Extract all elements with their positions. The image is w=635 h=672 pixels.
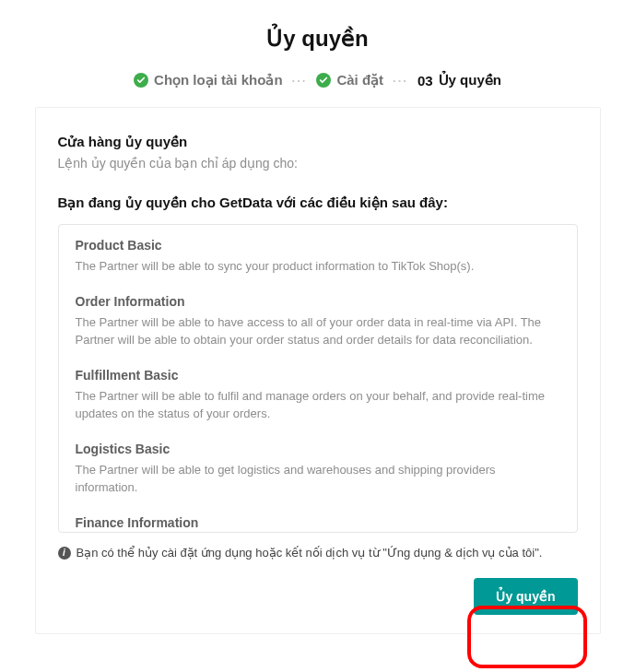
- step-settings: Cài đặt: [316, 72, 383, 88]
- permission-desc: The Partner will be able to have access …: [76, 313, 560, 349]
- step-label: Cài đặt: [336, 72, 383, 88]
- footer-info-text: Bạn có thể hủy cài đặt ứng dụng hoặc kết…: [76, 546, 543, 560]
- footer-info: i Bạn có thể hủy cài đặt ứng dụng hoặc k…: [58, 546, 578, 560]
- permission-item: Logistics BasicThe Partner will be able …: [76, 442, 560, 497]
- step-label: Ủy quyền: [439, 72, 501, 88]
- permission-item: Product BasicThe Partner will be able to…: [76, 238, 560, 276]
- step-authorize: 03 Ủy quyền: [417, 72, 501, 88]
- permissions-scroll[interactable]: Product BasicThe Partner will be able to…: [59, 225, 577, 532]
- permission-item: Fulfillment BasicThe Partner will be abl…: [76, 368, 560, 423]
- info-icon: i: [58, 547, 71, 560]
- permission-desc: The Partner will be able to fulfil and m…: [76, 387, 560, 423]
- step-separator: ···: [391, 74, 410, 88]
- permission-title: Logistics Basic: [76, 442, 560, 456]
- conditions-title: Bạn đang ủy quyền cho GetData với các đi…: [58, 195, 578, 211]
- step-number: 03: [417, 73, 433, 88]
- check-icon: [316, 73, 331, 88]
- card-subtext: Lệnh ủy quyền của bạn chỉ áp dụng cho:: [58, 156, 578, 171]
- permission-title: Fulfillment Basic: [76, 368, 560, 383]
- permission-item: Finance Information: [76, 515, 560, 530]
- authorize-card: Cửa hàng ủy quyền Lệnh ủy quyền của bạn …: [35, 107, 601, 634]
- permission-title: Product Basic: [76, 238, 560, 253]
- check-icon: [134, 73, 148, 88]
- step-separator: ···: [290, 74, 310, 88]
- permission-desc: The Partner will be able to sync your pr…: [76, 257, 560, 276]
- step-account-type: Chọn loại tài khoản: [134, 72, 283, 88]
- permission-desc: The Partner will be able to get logistic…: [76, 461, 560, 497]
- stepper: Chọn loại tài khoản ··· Cài đặt ··· 03 Ủ…: [0, 72, 635, 88]
- authorize-button[interactable]: Ủy quyền: [474, 578, 577, 615]
- permissions-panel: Product BasicThe Partner will be able to…: [58, 224, 578, 533]
- permission-title: Order Information: [76, 294, 560, 309]
- step-label: Chọn loại tài khoản: [154, 72, 283, 88]
- permission-item: Order InformationThe Partner will be abl…: [76, 294, 560, 349]
- permission-title: Finance Information: [76, 515, 560, 530]
- page-title: Ủy quyền: [0, 26, 635, 52]
- card-heading: Cửa hàng ủy quyền: [58, 134, 578, 150]
